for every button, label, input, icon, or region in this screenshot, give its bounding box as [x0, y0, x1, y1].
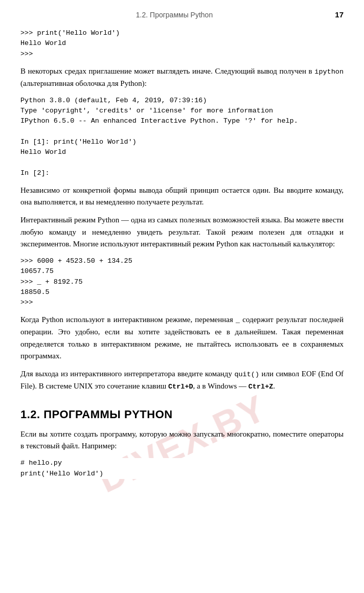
- para-2: Независимо от конкретной формы вывода об…: [20, 185, 344, 209]
- page: 1.2. Программы Python 17 >>> print('Hell…: [0, 0, 364, 506]
- para-6: Если вы хотите создать программу, котору…: [20, 428, 344, 452]
- para-5: Для выхода из интерактивного интерпретат…: [20, 368, 344, 393]
- para-1: В некоторых средах приглашение может выг…: [20, 65, 344, 89]
- code-block-4: # hello.py print('Hello World'): [20, 458, 344, 479]
- section-heading: 1.2. Программы Python: [20, 408, 344, 421]
- para-3: Интерактивный режим Python — одна из сам…: [20, 214, 344, 250]
- page-number: 17: [328, 10, 344, 19]
- page-header: 1.2. Программы Python 17: [20, 10, 344, 19]
- para-4: Когда Python используют в интерактивном …: [20, 314, 344, 362]
- header-title: 1.2. Программы Python: [20, 11, 328, 19]
- code-block-1: >>> print('Hello World') Hello World >>>: [20, 28, 344, 59]
- code-block-2: Python 3.8.0 (default, Feb 4, 2019, 07:3…: [20, 96, 344, 178]
- content: >>> print('Hello World') Hello World >>>…: [20, 28, 344, 479]
- code-block-3: >>> 6000 + 4523.50 + 134.25 10657.75 >>>…: [20, 256, 344, 308]
